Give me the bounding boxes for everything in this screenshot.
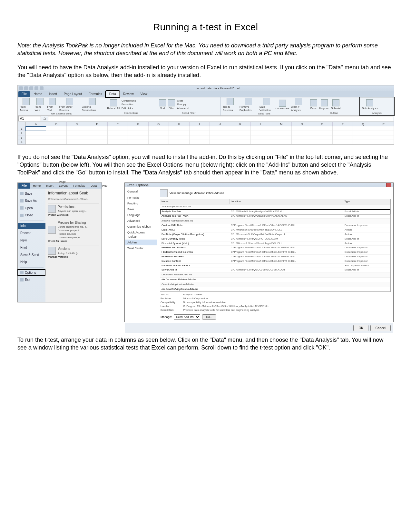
from-text-button[interactable]: From Text — [47, 98, 57, 113]
tab-home[interactable]: Home — [30, 91, 45, 97]
clear-link[interactable]: Clear — [177, 99, 189, 103]
formula-bar[interactable] — [48, 116, 393, 121]
addin-row[interactable]: Date (XML)C:\...\Microsoft Shared\Smart … — [160, 228, 390, 232]
addin-row[interactable]: Analysis ToolPakC:\...\Office14\Library\… — [160, 210, 390, 214]
close-icon[interactable] — [386, 183, 391, 187]
properties-link[interactable]: Properties — [122, 103, 136, 106]
data-validation-button[interactable]: Data Validation — [259, 98, 273, 113]
remove-dup-button[interactable]: Remove Duplicates — [240, 98, 258, 113]
tab-formulas-2[interactable]: Formulas — [71, 183, 88, 188]
from-web-button[interactable]: From Web — [35, 98, 45, 113]
addin-row[interactable]: Analysis ToolPak - VBAC:\...\Office14\Li… — [160, 214, 390, 219]
manage-versions-icon[interactable] — [48, 247, 56, 255]
file-help[interactable]: Help — [18, 259, 45, 265]
tab-review[interactable]: Review — [120, 91, 137, 97]
docrel-group: Document Related Add-ins — [160, 272, 390, 278]
text-to-columns-button[interactable]: Text to Columns — [223, 98, 238, 113]
opt-advanced[interactable]: Advanced — [125, 218, 157, 224]
file-save[interactable]: Save — [18, 191, 45, 197]
file-info[interactable]: Info — [18, 223, 45, 229]
tab-formulas[interactable]: Formulas — [85, 91, 105, 97]
active-group: Active Application Add-ins — [160, 204, 390, 210]
protect-workbook-icon[interactable] — [48, 205, 56, 213]
file-save-as[interactable]: Save As — [18, 198, 45, 204]
tab-data[interactable]: Data — [106, 91, 120, 97]
from-other-button[interactable]: From Other Sources — [59, 98, 80, 113]
manage-label: Manage: — [161, 315, 172, 319]
tab-data-2[interactable]: Data — [88, 183, 99, 188]
ungroup-button[interactable]: Ungroup — [319, 99, 329, 110]
opt-save[interactable]: Save — [125, 206, 157, 212]
addin-row[interactable]: Microsoft Actions Pane 3XML Expansion Pa… — [160, 264, 390, 268]
fx-icon[interactable]: fx — [42, 116, 48, 121]
file-save-send[interactable]: Save & Send — [18, 252, 45, 258]
ok-button[interactable]: OK — [353, 325, 368, 331]
tab-review-2[interactable]: Rev — [100, 183, 110, 188]
from-access-button[interactable]: From Access — [20, 98, 33, 113]
info-path: C:\Users\user\Documents\...\Seab... — [48, 198, 99, 201]
tab-insert-2[interactable]: Insert — [44, 183, 56, 188]
file-exit[interactable]: Exit — [18, 277, 45, 283]
addin-row[interactable]: EndNote (Cwyw Citation Recognizer)C:\...… — [160, 232, 390, 237]
sort-button[interactable]: Sort — [159, 99, 166, 110]
prepare-sub: Before sharing this file, b... — [58, 225, 88, 229]
consolidate-button[interactable]: Consolidate — [275, 100, 289, 111]
tab-page-layout-2[interactable]: Page Layout — [56, 179, 70, 188]
check-for-issues-icon[interactable] — [48, 226, 56, 234]
subtotal-button[interactable]: Subtotal — [331, 99, 340, 110]
group-outline: Outline — [310, 112, 358, 115]
whatif-button[interactable]: What-If Analysis — [291, 98, 306, 113]
file-open[interactable]: Open — [18, 205, 45, 212]
opt-trust-center[interactable]: Trust Center — [125, 245, 157, 251]
col-location: Location — [230, 199, 343, 204]
close-file-icon — [20, 214, 24, 217]
addins-table[interactable]: Name Location Type Active Application Ad… — [160, 199, 391, 292]
addin-row[interactable]: Solver Add-inC:\...\Office14\Library\SOL… — [160, 268, 390, 272]
go-button[interactable]: Go... — [202, 314, 216, 320]
manage-select[interactable]: Excel Add-ins — [174, 314, 200, 320]
tab-insert[interactable]: Insert — [46, 91, 60, 97]
edit-links-link[interactable]: Edit Links — [122, 107, 136, 110]
opt-proofing[interactable]: Proofing — [125, 201, 157, 206]
existing-conn-button[interactable]: Existing Connections — [82, 98, 103, 113]
opt-general[interactable]: General — [125, 189, 157, 194]
file-options[interactable]: Options — [18, 270, 45, 276]
file-close[interactable]: Close — [18, 212, 45, 219]
tab-home-2[interactable]: Home — [30, 183, 43, 188]
group-connections: Connections — [107, 112, 155, 115]
options-icon — [20, 271, 24, 274]
addin-row[interactable]: Invisible ContentC:\Program Files\Micros… — [160, 259, 390, 264]
file-print[interactable]: Print — [18, 244, 45, 251]
group-button[interactable]: Group — [310, 99, 317, 110]
filter-button[interactable]: Filter — [168, 99, 175, 110]
opt-qat[interactable]: Quick Access Toolbar — [125, 230, 157, 239]
tab-view[interactable]: View — [137, 91, 151, 97]
window-title: wizard data.xlsx - Microsoft Excel — [44, 86, 393, 90]
name-box[interactable]: A1 — [18, 116, 41, 121]
column-headers: ABCDEFGHIJKLMNOPQR — [18, 122, 394, 126]
opt-formulas[interactable]: Formulas — [125, 195, 157, 201]
opt-customize-ribbon[interactable]: Customize Ribbon — [125, 224, 157, 230]
protect-workbook-label: Protect Workbook — [48, 213, 99, 217]
opt-addins[interactable]: Add-Ins — [125, 240, 157, 245]
spreadsheet-grid[interactable]: 1 2 3 4 — [18, 126, 394, 144]
reapply-link[interactable]: Reapply — [177, 103, 189, 106]
cancel-button[interactable]: Cancel — [370, 325, 391, 331]
addin-row[interactable]: Custom XML DataC:\Program Files\Microsof… — [160, 223, 390, 228]
data-analysis-button[interactable]: Data Analysis — [362, 99, 377, 110]
advanced-link[interactable]: Advanced — [177, 107, 189, 110]
refresh-all-button[interactable]: Refresh All — [107, 99, 120, 110]
file-new[interactable]: New — [18, 237, 45, 244]
opt-language[interactable]: Language — [125, 212, 157, 218]
file-tab[interactable]: File — [18, 91, 30, 97]
file-tab-2[interactable]: File — [18, 183, 30, 189]
addin-row[interactable]: Hidden Rows and ColumnsC:\Program Files\… — [160, 250, 390, 255]
save-as-icon — [20, 199, 24, 202]
tab-page-layout[interactable]: Page Layout — [61, 91, 85, 97]
addin-row[interactable]: Financial Symbol (XML)C:\...\Microsoft S… — [160, 241, 390, 246]
addin-row[interactable]: Headers and FootersC:\Program Files\Micr… — [160, 246, 390, 250]
addin-row[interactable]: Hidden WorksheetsC:\Program Files\Micros… — [160, 255, 390, 259]
addin-row[interactable]: Euro Currency ToolsC:\...\Office14\Libra… — [160, 237, 390, 241]
file-recent[interactable]: Recent — [18, 230, 45, 236]
connections-link[interactable]: Connections — [122, 99, 136, 103]
